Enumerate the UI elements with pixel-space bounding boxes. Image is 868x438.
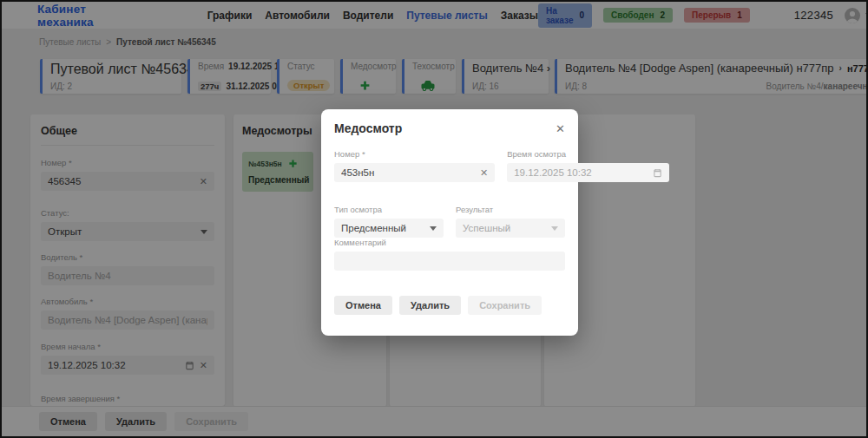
modal-field-time: Время осмотра [507,149,669,182]
modal-field-comment: Комментарий [334,238,565,271]
calendar-icon [653,168,662,178]
close-icon[interactable]: ✕ [556,123,565,134]
modal-delete-button[interactable]: Удалить [399,296,461,315]
app-window: Кабинет механика Графики Автомобили Води… [0,0,868,438]
modal-field-type: Тип осмотра Предсменный [334,205,444,238]
medcheck-modal: Медосмотр ✕ Номер * ✕ Время осмотра [321,109,578,336]
clear-icon[interactable]: ✕ [480,168,488,178]
chevron-down-icon [551,226,558,231]
result-select: Успешный [456,219,565,238]
modal-comment-label: Комментарий [334,238,565,247]
modal-field-number: Номер * ✕ [334,149,495,182]
modal-result-label: Результат [456,205,565,214]
modal-save-button: Сохранить [468,296,542,315]
result-select-value: Успешный [463,223,510,233]
modal-title: Медосмотр [334,121,402,135]
modal-time-label: Время осмотра [507,149,669,159]
modal-type-label: Тип осмотра [334,205,444,214]
modal-cancel-button[interactable]: Отмена [334,296,392,315]
modal-number-input[interactable] [341,167,475,178]
comment-input[interactable] [341,256,558,266]
modal-field-result: Результат Успешный [456,205,565,238]
type-select-value: Предсменный [341,223,406,233]
type-select[interactable]: Предсменный [334,219,444,238]
modal-number-label: Номер * [334,149,495,159]
chevron-down-icon [430,226,437,231]
modal-time-input [514,167,648,178]
